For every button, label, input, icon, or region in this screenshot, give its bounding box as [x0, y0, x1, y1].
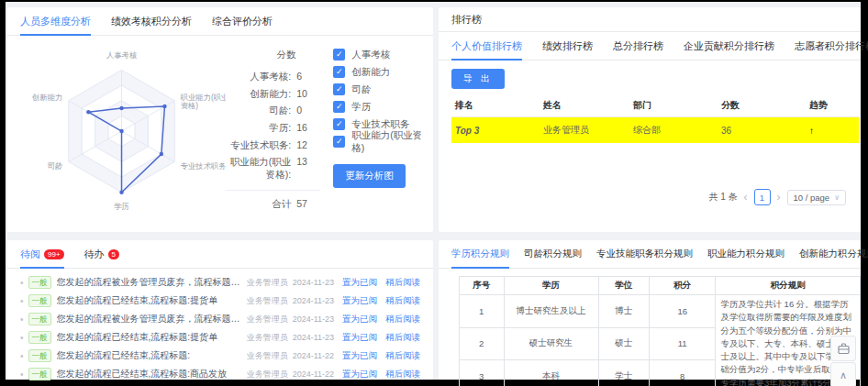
tab-volunteer-score-ranking[interactable]: 志愿者积分排行榜 [795, 32, 868, 60]
todo-panel: 待阅99+ 待办5 • 一般 您发起的流程被业务管理员废弃，流程标题:提货单，废… [7, 240, 433, 380]
trend-up-icon: ↑ [809, 126, 814, 136]
rank-score: 36 [718, 117, 806, 144]
tab-performance-ranking[interactable]: 绩效排行榜 [542, 32, 593, 60]
analysis-tabs: 人员多维度分析 绩效考核积分分析 综合评价分析 [7, 7, 433, 36]
todo-message: 您发起的流程已经结束,流程标题:商品发放 [57, 368, 241, 380]
tab-personal-value-ranking[interactable]: 个人价值排行榜 [451, 32, 522, 60]
briefcase-icon [838, 343, 850, 355]
mark-read-link[interactable]: 置为已阅 [342, 369, 377, 380]
list-item[interactable]: • 一般 您发起的流程已经结束,流程标题:提货单 业务管理员 2024-11-2… [20, 292, 420, 310]
todo-message: 您发起的流程已经结束,流程标题:提货单 [57, 294, 241, 307]
list-item[interactable]: • 一般 您发起的流程被业务管理员废弃，流程标题:提货单，废弃说明: 业务管理员… [20, 273, 420, 292]
mark-read-link[interactable]: 置为已阅 [342, 295, 377, 307]
read-later-link[interactable]: 稍后阅读 [385, 295, 420, 307]
todo-sender: 业务管理员 [247, 332, 288, 344]
list-item[interactable]: • 一般 您发起的流程被业务管理员废弃，流程标题:提货单，废弃说明: 业务管理员… [20, 310, 420, 328]
list-item[interactable]: • 一般 您发起的流程已经结束,流程标题: 业务管理员 2024-11-22 置… [20, 347, 420, 365]
mark-read-link[interactable]: 置为已阅 [342, 277, 377, 289]
score-row: 人事考核:6 [226, 71, 321, 83]
todo-date: 2024-11-22 [293, 351, 334, 360]
ranking-table-row[interactable]: Top 3 业务管理员 综合部 36 ↑ [451, 117, 859, 144]
svg-text:专业技术职务: 专业技术职务 [181, 161, 226, 171]
tab-vocational-ability-rules[interactable]: 职业能力积分规则 [707, 240, 785, 268]
rules-panel: 学历积分规则 司龄积分规则 专业技能职务积分规则 职业能力积分规则 创新能力积分… [439, 240, 861, 380]
mark-read-link[interactable]: 置为已阅 [342, 350, 377, 362]
education-rules-table: 序号 学历 学位 积分 积分规则 1 博士研究生及以上 博士 16 学历及学位共… [459, 276, 861, 386]
export-button[interactable]: 导 出 [451, 69, 505, 89]
bullet-icon: • [20, 296, 24, 306]
tab-comprehensive-evaluation[interactable]: 综合评价分析 [212, 7, 273, 35]
todo-message: 您发起的流程已经结束,流程标题:提货单 [57, 331, 241, 344]
svg-text:司龄: 司龄 [48, 161, 63, 171]
tab-seniority-rules[interactable]: 司龄积分规则 [524, 240, 582, 268]
priority-tag: 一般 [28, 294, 51, 307]
tab-to-do[interactable]: 待办5 [84, 240, 119, 268]
rank-badge: Top 3 [451, 117, 540, 144]
tab-innovation-rules[interactable]: 创新能力积分规则 [799, 240, 868, 268]
score-row: 职业能力(职业资格):13 [226, 156, 321, 181]
mark-read-link[interactable]: 置为已阅 [342, 332, 377, 344]
score-total-row: 合计57 [226, 190, 321, 211]
todo-date: 2024-11-23 [293, 314, 334, 324]
todo-sender: 业务管理员 [247, 295, 288, 307]
tab-professional-skill-rules[interactable]: 专业技能职务积分规则 [596, 240, 693, 268]
checkbox-renshikaohe[interactable]: 人事考核 [333, 49, 428, 61]
checkbox-checked-icon [333, 136, 345, 148]
todo-message: 您发起的流程已经结束,流程标题: [57, 349, 241, 362]
next-page-icon[interactable]: › [777, 191, 781, 204]
priority-tag: 一般 [28, 349, 51, 362]
radar-chart: 人事考核职业能力(职业资格)专业技术职务学历司龄创新能力 [13, 36, 226, 228]
ranking-tabs: 个人价值排行榜 绩效排行榜 总分排行榜 企业贡献积分排行榜 志愿者积分排行榜 [439, 32, 861, 61]
ranking-panel: 排行榜 个人价值排行榜 绩效排行榜 总分排行榜 企业贡献积分排行榜 志愿者积分排… [439, 7, 861, 232]
list-item[interactable]: • 一般 您发起的流程已经结束,流程标题:提货单 业务管理员 2024-11-2… [20, 328, 420, 347]
to-do-badge: 5 [108, 249, 119, 259]
pagination: 共 1 条 ‹ 1 › 10 / page∨ [708, 189, 846, 205]
tab-education-rules[interactable]: 学历积分规则 [451, 240, 509, 268]
page-number[interactable]: 1 [754, 189, 771, 205]
tab-personnel-multidimension[interactable]: 人员多维度分析 [20, 7, 91, 35]
priority-tag: 一般 [28, 331, 51, 344]
todo-date: 2024-11-23 [293, 296, 334, 305]
list-item[interactable]: • 一般 您发起的流程已经结束,流程标题:商品发放 业务管理员 2024-11-… [20, 365, 420, 383]
todo-date: 2024-11-23 [293, 333, 334, 342]
read-later-link[interactable]: 稍后阅读 [385, 332, 420, 344]
todo-sender: 业务管理员 [247, 350, 288, 362]
bullet-icon: • [20, 333, 24, 343]
bullet-icon: • [20, 314, 24, 325]
read-later-link[interactable]: 稍后阅读 [385, 314, 420, 325]
checkbox-zhiyenengli[interactable]: 职业能力(职业资格) [333, 136, 428, 148]
customer-service-button[interactable] [830, 336, 856, 361]
tab-total-score-ranking[interactable]: 总分排行榜 [613, 32, 663, 60]
checkbox-checked-icon [333, 101, 345, 113]
todo-tabs: 待阅99+ 待办5 [7, 240, 433, 269]
checkbox-chuangxinnengli[interactable]: 创新能力 [333, 66, 428, 78]
checkbox-siling[interactable]: 司龄 [333, 83, 428, 95]
chevron-down-icon: ∨ [834, 193, 840, 202]
prev-page-icon[interactable]: ‹ [744, 191, 748, 204]
tab-to-read[interactable]: 待阅99+ [20, 240, 64, 268]
checkbox-checked-icon [333, 66, 345, 78]
update-chart-button[interactable]: 更新分析图 [333, 164, 406, 188]
score-header: 分数 [226, 49, 321, 61]
read-later-link[interactable]: 稍后阅读 [385, 369, 420, 380]
priority-tag: 一般 [28, 276, 51, 289]
read-later-link[interactable]: 稍后阅读 [385, 277, 420, 289]
to-read-badge: 99+ [44, 249, 64, 259]
checkbox-checked-icon [333, 118, 345, 130]
read-later-link[interactable]: 稍后阅读 [385, 350, 420, 362]
tab-enterprise-contribution-ranking[interactable]: 企业贡献积分排行榜 [684, 32, 774, 60]
bullet-icon: • [20, 351, 24, 361]
score-row: 司龄:0 [226, 105, 321, 117]
score-row: 学历:16 [226, 122, 321, 135]
svg-text:职业能力(职业资格): 职业能力(职业资格) [180, 93, 226, 110]
mark-read-link[interactable]: 置为已阅 [342, 314, 377, 325]
workspace: 人员多维度分析 绩效考核积分分析 综合评价分析 人事考核职业能力(职业资格)专业… [6, 2, 861, 380]
todo-message: 您发起的流程被业务管理员废弃，流程标题:提货单，废弃说明: [57, 276, 241, 289]
table-row: 1 博士研究生及以上 博士 16 学历及学位共计 16 分。根据学历及学位取得所… [460, 295, 861, 328]
back-to-top-button[interactable]: ∧ [830, 362, 856, 386]
page-size-select[interactable]: 10 / page∨ [787, 190, 846, 205]
checkbox-xueli[interactable]: 学历 [333, 101, 428, 113]
tab-performance-score-analysis[interactable]: 绩效考核积分分析 [111, 7, 192, 35]
svg-text:创新能力: 创新能力 [31, 93, 62, 102]
analysis-panel: 人员多维度分析 绩效考核积分分析 综合评价分析 人事考核职业能力(职业资格)专业… [7, 7, 433, 232]
